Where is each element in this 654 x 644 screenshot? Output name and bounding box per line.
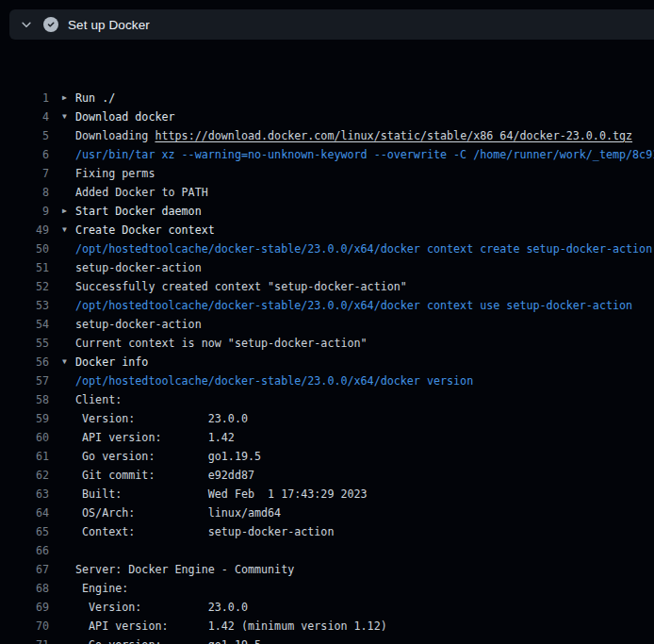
step-header[interactable]: Set up Docker [9, 9, 654, 40]
line-number[interactable]: 70 [0, 617, 49, 636]
log-text: API version: 1.42 [75, 431, 235, 444]
log-text: setup-docker-action [75, 318, 202, 331]
log-line: 5Downloading https://download.docker.com… [0, 126, 654, 145]
disclosure-triangle-icon[interactable]: ▼ [62, 221, 74, 239]
line-number[interactable]: 56 [0, 353, 49, 372]
line-number[interactable]: 60 [0, 428, 49, 447]
line-number[interactable]: 53 [0, 296, 49, 315]
line-number[interactable]: 59 [0, 409, 49, 428]
line-number[interactable]: 52 [0, 277, 49, 296]
log-text: Server: Docker Engine - Community [75, 563, 294, 576]
disclosure-triangle-icon[interactable]: ▼ [62, 353, 74, 372]
line-number[interactable]: 65 [0, 522, 49, 541]
log-line: 64 OS/Arch: linux/amd64 [0, 504, 654, 522]
log-line: 51setup-docker-action [0, 258, 654, 277]
step-title: Set up Docker [68, 18, 150, 32]
line-number[interactable]: 5 [0, 126, 49, 145]
line-number[interactable]: 8 [0, 183, 49, 202]
disclosure-triangle-icon[interactable]: ▶ [62, 202, 74, 221]
line-number[interactable]: 66 [0, 541, 49, 560]
log-line-content: Engine: [75, 579, 128, 598]
disclosure-triangle-icon[interactable]: ▶ [62, 89, 74, 107]
line-number[interactable]: 68 [0, 579, 49, 598]
log-line: 62 Git commit: e92dd87 [0, 466, 654, 485]
log-text: Engine: [75, 582, 128, 595]
log-line-content: /opt/hostedtoolcache/docker-stable/23.0.… [75, 239, 652, 258]
log-text: Go version: go1.19.5 [75, 450, 261, 463]
log-text: Downloading [75, 129, 155, 142]
log-container: 1▶Run ./4▼Download docker5Downloading ht… [0, 51, 654, 644]
log-command-text: /opt/hostedtoolcache/docker-stable/23.0.… [75, 374, 473, 388]
log-line: 9▶Start Docker daemon [0, 202, 654, 221]
line-number[interactable]: 1 [0, 89, 49, 107]
log-group-title[interactable]: Docker info [75, 355, 148, 369]
log-line-content: Server: Docker Engine - Community [75, 560, 294, 579]
log-line: 68 Engine: [0, 579, 654, 598]
log-line-content: Added Docker to PATH [75, 183, 208, 202]
disclosure-triangle-icon[interactable]: ▼ [62, 107, 74, 126]
log-line-content: Context: setup-docker-action [75, 522, 334, 541]
log-line-content: Go version: go1.19.5 [75, 447, 261, 466]
log-text: Added Docker to PATH [75, 186, 208, 199]
log-command-text: /usr/bin/tar xz --warning=no-unknown-key… [75, 148, 654, 161]
log-line: 59 Version: 23.0.0 [0, 409, 654, 428]
line-number[interactable]: 57 [0, 372, 49, 390]
line-number[interactable]: 69 [0, 598, 49, 617]
log-line: 65 Context: setup-docker-action [0, 522, 654, 541]
log-text: Successfully created context "setup-dock… [75, 280, 407, 293]
log-line: 49▼Create Docker context [0, 221, 654, 239]
log-line: 7Fixing perms [0, 164, 654, 183]
log-line: 52Successfully created context "setup-do… [0, 277, 654, 296]
line-number[interactable]: 63 [0, 485, 49, 504]
line-number[interactable]: 61 [0, 447, 49, 466]
log-line-content: ▼Download docker [75, 107, 175, 126]
log-line-content: API version: 1.42 [75, 428, 235, 447]
line-number[interactable]: 51 [0, 258, 49, 277]
line-number[interactable]: 58 [0, 390, 49, 409]
log-line-content: Version: 23.0.0 [75, 409, 248, 428]
line-number[interactable]: 9 [0, 202, 49, 221]
log-line: 63 Built: Wed Feb 1 17:43:29 2023 [0, 485, 654, 504]
chevron-down-icon[interactable] [19, 18, 33, 32]
check-circle-icon [43, 17, 58, 32]
log-text: Version: 23.0.0 [75, 601, 248, 614]
line-number[interactable]: 64 [0, 504, 49, 522]
log-group-title[interactable]: Run ./ [75, 91, 115, 105]
line-number[interactable]: 50 [0, 239, 49, 258]
line-number[interactable]: 4 [0, 107, 49, 126]
log-text: Built: Wed Feb 1 17:43:29 2023 [75, 487, 368, 501]
log-group-title[interactable]: Download docker [75, 110, 175, 124]
log-line: 71 Go version: go1.19.5 [0, 636, 654, 644]
log-group-title[interactable]: Create Docker context [75, 223, 215, 237]
line-number[interactable]: 71 [0, 636, 49, 644]
log-line-content: ▶Start Docker daemon [75, 202, 202, 221]
log-group-title[interactable]: Start Docker daemon [75, 205, 202, 218]
log-text: Go version: go1.19.5 [75, 638, 261, 644]
line-number[interactable]: 54 [0, 315, 49, 334]
log-line: 66 [0, 541, 654, 560]
log-line: 70 API version: 1.42 (minimum version 1.… [0, 617, 654, 636]
line-number[interactable]: 55 [0, 334, 49, 353]
line-number[interactable]: 67 [0, 560, 49, 579]
log-line: 54setup-docker-action [0, 315, 654, 334]
line-number[interactable]: 62 [0, 466, 49, 485]
log-line: 60 API version: 1.42 [0, 428, 654, 447]
log-line-content: setup-docker-action [75, 258, 202, 277]
log-line-content: ▶Run ./ [75, 89, 115, 107]
line-number[interactable]: 7 [0, 164, 49, 183]
log-command-text: /opt/hostedtoolcache/docker-stable/23.0.… [75, 299, 632, 312]
line-number[interactable]: 49 [0, 221, 49, 239]
log-line: 8Added Docker to PATH [0, 183, 654, 202]
line-number[interactable]: 6 [0, 145, 49, 164]
log-line: 4▼Download docker [0, 107, 654, 126]
log-line-content: setup-docker-action [75, 315, 202, 334]
log-text: Context: setup-docker-action [75, 525, 334, 538]
log-command-text: /opt/hostedtoolcache/docker-stable/23.0.… [75, 242, 652, 256]
log-line: 6/usr/bin/tar xz --warning=no-unknown-ke… [0, 145, 654, 164]
log-line-content: Built: Wed Feb 1 17:43:29 2023 [75, 485, 368, 504]
log-line: 69 Version: 23.0.0 [0, 598, 654, 617]
log-line-content: /usr/bin/tar xz --warning=no-unknown-key… [75, 145, 654, 164]
log-line: 67Server: Docker Engine - Community [0, 560, 654, 579]
log-line: 58Client: [0, 390, 654, 409]
log-link[interactable]: https://download.docker.com/linux/static… [155, 129, 632, 142]
